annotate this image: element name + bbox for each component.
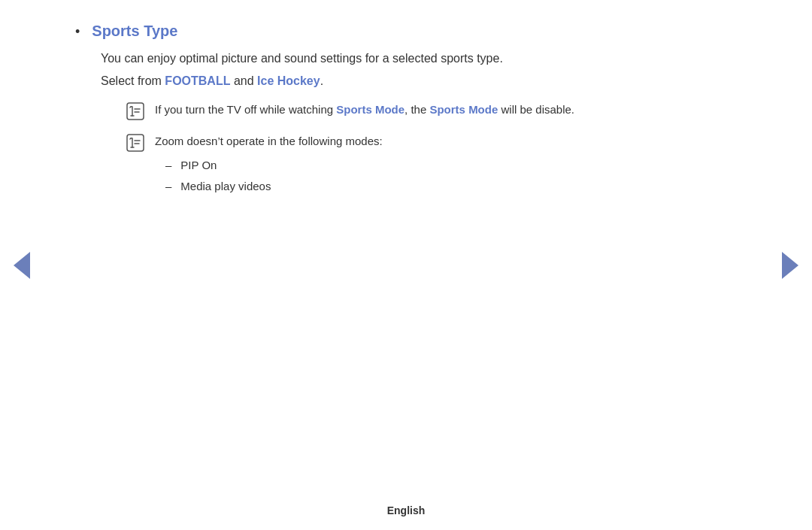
svg-rect-1: [127, 135, 144, 151]
note2-text-block: Zoom doesn’t operate in the following mo…: [155, 132, 383, 198]
description-line2-mid: and: [230, 74, 257, 87]
nav-left-button[interactable]: [14, 252, 30, 279]
sublist-item-1-text: PIP On: [180, 156, 217, 174]
description-line1: You can enjoy optimal picture and sound …: [101, 49, 722, 68]
sub-list: – PIP On – Media play videos: [165, 156, 383, 195]
sublist-item-1: – PIP On: [165, 156, 383, 174]
nav-right-button[interactable]: [782, 252, 798, 279]
note2-block: Zoom doesn’t operate in the following mo…: [126, 132, 722, 198]
svg-rect-0: [127, 103, 144, 120]
description-line2-prefix: Select from: [101, 74, 165, 87]
description-line2: Select from FOOTBALL and Ice Hockey.: [101, 71, 722, 91]
sports-type-section: • Sports Type: [75, 23, 722, 40]
dash-2: –: [165, 177, 171, 195]
football-link: FOOTBALL: [165, 74, 230, 87]
note2-text: Zoom doesn’t operate in the following mo…: [155, 135, 383, 147]
ice-hockey-link: Ice Hockey: [257, 74, 320, 87]
sublist-item-2-text: Media play videos: [180, 177, 271, 195]
note1-mid: , the: [404, 103, 429, 116]
section-title: Sports Type: [92, 23, 177, 40]
sports-mode-link2: Sports Mode: [429, 103, 498, 116]
note1-block: If you turn the TV off while watching Sp…: [126, 101, 722, 122]
sports-mode-link1: Sports Mode: [336, 103, 404, 116]
footer-language: English: [387, 504, 426, 516]
bullet-dot: •: [75, 24, 80, 40]
description-line2-suffix: .: [320, 74, 323, 87]
description-block: You can enjoy optimal picture and sound …: [101, 49, 722, 198]
note1-text: If you turn the TV off while watching Sp…: [155, 101, 574, 119]
note-icon-1: [126, 102, 146, 122]
dash-1: –: [165, 156, 171, 174]
note1-prefix: If you turn the TV off while watching: [155, 103, 336, 116]
note-icon-2: [126, 134, 146, 153]
main-content: • Sports Type You can enjoy optimal pict…: [0, 0, 812, 221]
note1-suffix: will be disable.: [498, 103, 574, 116]
sublist-item-2: – Media play videos: [165, 177, 383, 195]
